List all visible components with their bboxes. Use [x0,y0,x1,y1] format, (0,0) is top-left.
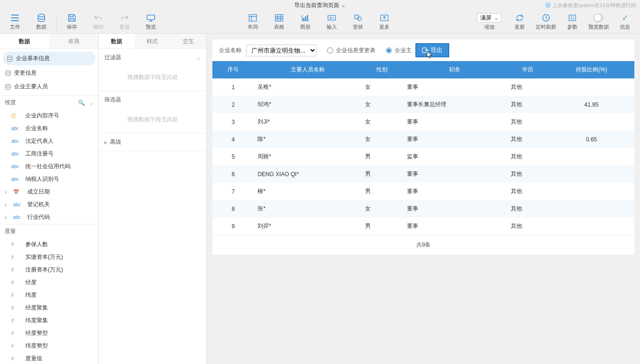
more-button[interactable]: 更多 [371,11,398,33]
svg-rect-1 [147,15,155,20]
hash-icon: # [11,255,23,260]
chevron-down-icon[interactable]: ⌄ [89,100,94,106]
table-cell: 41.95 [548,96,634,113]
measure-field[interactable]: #经度 [0,276,98,289]
measure-field[interactable]: #注册资本(万元) [0,263,98,276]
zoom-select[interactable]: 满屏 [477,13,501,23]
table-row[interactable]: 1吴稚*女董事其他 [212,78,634,96]
hash-icon: # [11,356,23,361]
key-icon: ⚿ [11,113,23,118]
search-icon[interactable]: 🔍 [78,100,85,106]
table-header[interactable]: 性别 [361,61,403,78]
timed-refresh-button[interactable]: 定时刷新 [533,11,559,33]
table-row[interactable]: 9刘羿*男董事其他 [212,217,634,235]
selector-dropzone[interactable]: 拖拽数据字段至此处 [104,112,201,126]
clock-icon [541,13,551,23]
measure-field[interactable]: #纬度整型 [0,340,98,352]
layout-button[interactable]: 布局 [240,11,266,33]
table-row[interactable]: 7柳*男董事其他 [212,183,634,200]
filter-dropzone[interactable]: 拖拽数据字段至此处 [104,70,201,84]
params-button[interactable]: 参数 [559,11,585,33]
table-cell [548,217,634,235]
svg-rect-3 [275,15,283,21]
table-row[interactable]: 2邹鸿*女董事长兼总经理其他41.95 [212,96,634,113]
table-cell: 其他 [507,113,548,131]
table-header[interactable]: 序号 [212,61,254,78]
dataset-label: 变更信息 [14,69,37,77]
chart-button[interactable]: 图形 [292,11,319,33]
measure-field[interactable]: #参保人数 [0,238,98,251]
redo-button[interactable]: 重做 [111,11,138,33]
dimension-field[interactable]: ›abc行业代码 [0,211,98,224]
dimension-field[interactable]: abc纳税人识别号 [0,173,98,186]
radio-change-table[interactable] [327,47,333,54]
input-icon [327,13,337,23]
selector-section-head[interactable]: 筛选器 [99,91,206,108]
sidebar-tab-data[interactable]: 数据 [0,34,49,48]
check-icon: ✓ [620,13,630,23]
abc-icon: abc [11,177,23,182]
dimension-field[interactable]: ›📅成立日期 [0,186,98,198]
company-select[interactable]: 广州市康立明生物... [246,45,317,56]
dataset-item[interactable]: 变更信息 [0,66,98,80]
dimension-field[interactable]: abc统一社会信用代码 [0,160,98,173]
table-cell: 2 [212,96,254,113]
sidebar-tab-layout[interactable]: 布局 [49,34,99,48]
page-title[interactable]: 导出当前查询页面 [294,2,345,8]
preview-data-button[interactable]: 预览数据 [585,11,612,33]
measure-field[interactable]: #度量值 [0,352,98,364]
input-button[interactable]: 输入 [319,11,345,33]
export-button[interactable]: 导出 [416,44,448,56]
save-button[interactable]: 保存 [59,11,85,33]
file-button[interactable]: 文件 [2,11,28,33]
toggle-icon[interactable] [593,14,604,22]
database-small-icon [5,84,11,90]
measure-field[interactable]: #实缴资本(万元) [0,251,98,263]
shape-button[interactable]: 形状 [345,11,371,33]
table-row[interactable]: 5周丽*男监事其他 [212,148,634,165]
table-row[interactable]: 3刘JI*女董事其他 [212,113,634,131]
table-button[interactable]: 表格 [266,11,292,33]
table-header[interactable]: 学历 [507,61,548,78]
database-icon [36,13,47,23]
table-row[interactable]: 6DENG XIAO QI*男董事其他 [212,165,634,183]
config-tab-style[interactable]: 样式 [134,34,170,48]
dimension-field[interactable]: abc企业名称 [0,122,98,135]
field-label: 经度 [25,279,37,287]
measures-header: 度量 [0,224,98,238]
dimension-field[interactable]: abc法定代表人 [0,135,98,147]
measure-field[interactable]: #纬度聚集 [0,314,98,327]
main-toolbar: 文件 数据 保存 撤销 重做 预览 布局 [0,10,640,34]
filter-section-head[interactable]: 过滤器 ⌄ [99,49,206,66]
zoom-control[interactable]: 满屏⌄ 缩放 [473,11,507,33]
table-cell: 男 [361,165,403,183]
measure-field[interactable]: #纬度 [0,289,98,302]
monitor-icon [146,13,156,23]
table-row[interactable]: 4陈*女董事其他0.65 [212,131,634,148]
config-tab-interact[interactable]: 交互 [171,34,206,48]
preview-button[interactable]: 预览 [138,11,164,33]
data-button[interactable]: 数据 [28,11,55,33]
table-row[interactable]: 8张*女董事其他 [212,200,634,217]
canvas-area: 企业名称 广州市康立明生物... 企业信息变更表 企业主 导出 序号主要人员名称… [207,34,640,364]
config-tab-data[interactable]: 数据 [99,34,134,48]
dimension-field[interactable]: abc工商注册号 [0,147,98,160]
table-header[interactable]: 持股比例(%) [548,61,634,78]
radio-company-main[interactable] [386,47,392,54]
table-cell: 陈* [254,131,361,148]
table-cell: 刘JI* [254,113,361,131]
dataset-item[interactable]: 企业主要人员 [0,80,98,93]
refresh-button[interactable]: 更新 [507,11,533,33]
measure-field[interactable]: #经度聚集 [0,302,98,314]
measure-field[interactable]: #经度整型 [0,327,98,340]
dimension-field[interactable]: ›abc登记机关 [0,198,98,211]
hash-icon: # [11,318,23,323]
table-header[interactable]: 职务 [403,61,507,78]
info-button[interactable]: ✓ 信息 [612,11,638,33]
advanced-section-head[interactable]: ▸ 高级 [99,133,206,151]
dimension-field[interactable]: ⚿企业内部序号 [0,109,98,122]
dataset-item[interactable]: 企业基本信息 [3,52,95,65]
undo-button[interactable]: 撤销 [85,11,111,33]
table-header[interactable]: 主要人员名称 [254,61,361,78]
hash-icon: # [11,267,23,272]
